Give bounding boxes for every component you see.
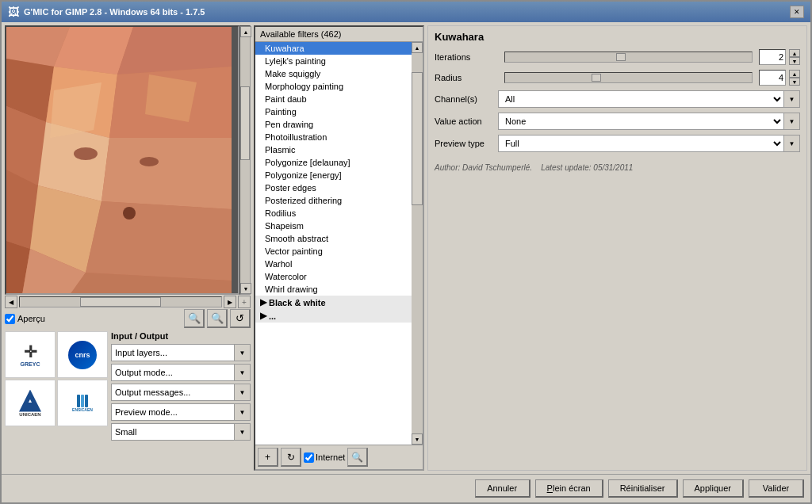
filter-item-poster-edges[interactable]: Poster edges: [255, 181, 412, 194]
apercu-checkbox[interactable]: [5, 314, 15, 324]
plein-ecran-button[interactable]: Plein écran: [535, 479, 603, 498]
cnrs-logo: cnrs: [57, 331, 108, 378]
output-messages-arrow[interactable]: ▼: [235, 384, 251, 401]
preview-scroll-vertical[interactable]: ▲ ▼: [239, 25, 251, 295]
annuler-button[interactable]: Annuler: [475, 479, 530, 498]
channels-arrow[interactable]: ▼: [784, 90, 800, 108]
preview-type-arrow[interactable]: ▼: [784, 135, 800, 152]
preview-mode-dropdown[interactable]: Preview mode...: [111, 403, 235, 421]
zoom-out-button[interactable]: 🔍: [184, 309, 205, 328]
valider-button[interactable]: Valider: [749, 479, 804, 498]
refresh-button[interactable]: ↻: [281, 448, 301, 467]
scroll-right-button[interactable]: ▶: [224, 296, 236, 308]
svg-point-18: [123, 207, 136, 220]
preview-type-dropdown[interactable]: Full: [498, 135, 784, 152]
filter-item-smooth[interactable]: Smooth abstract: [255, 232, 412, 245]
input-layers-dropdown[interactable]: Input layers...: [111, 344, 235, 361]
filter-item-morphology[interactable]: Morphology painting: [255, 80, 412, 93]
svg-marker-20: [145, 74, 197, 122]
filter-item-vector[interactable]: Vector painting: [255, 245, 412, 258]
radius-row: Radius 4 ▲ ▼: [435, 70, 800, 86]
filter-item-shapeism[interactable]: Shapeism: [255, 220, 412, 232]
filter-item-squiggly[interactable]: Make squiggly: [255, 67, 412, 80]
zoom-reset-button[interactable]: ↺: [230, 309, 251, 328]
size-arrow[interactable]: ▼: [235, 423, 251, 441]
window-title: G'MIC for GIMP 2.8 - Windows 64 bits - 1…: [24, 7, 205, 17]
filter-category-next[interactable]: ▶ ...: [255, 309, 412, 323]
filter-item-photoillustration[interactable]: Photoillustration: [255, 131, 412, 143]
internet-checkbox[interactable]: [304, 452, 314, 463]
iterations-value[interactable]: 2: [759, 49, 786, 65]
svg-point-16: [74, 147, 98, 160]
output-messages-dropdown[interactable]: Output messages...: [111, 384, 235, 401]
internet-label: Internet: [316, 452, 345, 462]
close-button[interactable]: ✕: [790, 6, 804, 18]
scroll-thumb-h[interactable]: [80, 297, 161, 307]
preview-mode-arrow[interactable]: ▼: [235, 403, 251, 421]
appliquer-label: Appliquer: [695, 483, 731, 493]
value-action-dropdown[interactable]: None: [498, 113, 784, 130]
svg-marker-12: [86, 201, 232, 281]
main-window: 🖼 G'MIC for GIMP 2.8 - Windows 64 bits -…: [0, 0, 812, 504]
filter-item-lylejk[interactable]: Lylejk's painting: [255, 55, 412, 67]
output-mode-arrow[interactable]: ▼: [235, 364, 251, 381]
reinitialiser-button[interactable]: Réinitialiser: [608, 479, 678, 498]
size-dropdown[interactable]: Small: [111, 423, 235, 441]
iterations-slider[interactable]: [504, 52, 753, 63]
output-mode-dropdown[interactable]: Output mode...: [111, 364, 235, 381]
value-action-arrow[interactable]: ▼: [784, 113, 800, 130]
value-action-label: Value action: [435, 116, 498, 126]
filter-category-bw[interactable]: ▶ Black & white: [255, 296, 412, 309]
radius-thumb[interactable]: [592, 74, 601, 82]
category-label: Black & white: [269, 298, 326, 307]
filter-item-plasmic[interactable]: Plasmic: [255, 143, 412, 156]
add-filter-button[interactable]: +: [258, 448, 278, 467]
radius-up[interactable]: ▲: [789, 70, 800, 78]
iterations-up[interactable]: ▲: [789, 49, 800, 57]
radius-spin: ▲ ▼: [789, 70, 800, 86]
preview-mode-row: Preview mode... ▼: [111, 403, 251, 421]
unicaen-logo: ▲ UNICAEN: [5, 380, 56, 426]
scroll-down-button[interactable]: ▼: [240, 283, 251, 294]
internet-checkbox-label[interactable]: Internet: [304, 452, 345, 463]
filter-item-painting[interactable]: Painting: [255, 105, 412, 118]
bottom-bar: Annuler Plein écran Réinitialiser Appliq…: [2, 474, 810, 502]
radius-value[interactable]: 4: [759, 70, 786, 86]
radius-down[interactable]: ▼: [789, 78, 800, 86]
filter-item-posterized[interactable]: Posterized dithering: [255, 194, 412, 207]
scroll-up-button[interactable]: ▲: [240, 26, 251, 37]
filter-item-rodilius[interactable]: Rodilius: [255, 207, 412, 220]
iterations-down[interactable]: ▼: [789, 57, 800, 65]
scroll-thumb-v[interactable]: [240, 86, 250, 160]
valider-label: Valider: [763, 483, 789, 493]
iterations-thumb[interactable]: [616, 53, 626, 61]
apercu-checkbox-label[interactable]: Aperçu: [5, 314, 45, 324]
filter-item-kuwahara[interactable]: Kuwahara: [255, 42, 412, 55]
expand-button[interactable]: +: [238, 296, 251, 308]
appliquer-button[interactable]: Appliquer: [683, 479, 744, 498]
radius-slider[interactable]: [504, 72, 753, 83]
channels-dropdown[interactable]: All: [498, 90, 784, 108]
author-text: Author: David Tschumperlé.: [435, 163, 532, 172]
search-button[interactable]: 🔍: [347, 448, 368, 467]
right-panel: Kuwahara Iterations 2 ▲ ▼ Radius 4: [427, 25, 807, 471]
bottom-left-area: ✛ GREYC cnrs ▲ UNICAEN: [5, 331, 251, 443]
input-layers-arrow[interactable]: ▼: [235, 344, 251, 361]
filter-item-whirl[interactable]: Whirl drawing: [255, 283, 412, 296]
scroll-left-button[interactable]: ◀: [5, 296, 17, 308]
filter-item-polygonize-d[interactable]: Polygonize [delaunay]: [255, 156, 412, 169]
scroll-track-v: [240, 37, 250, 283]
preview-scroll-h: ◀ ▶ +: [5, 295, 251, 309]
filter-scroll-down[interactable]: ▼: [412, 433, 423, 445]
filter-item-warhol[interactable]: Warhol: [255, 258, 412, 270]
filter-item-pen-drawing[interactable]: Pen drawing: [255, 118, 412, 131]
filter-item-polygonize-e[interactable]: Polygonize [energy]: [255, 169, 412, 181]
filter-item-watercolor[interactable]: Watercolor: [255, 270, 412, 283]
preview-image: [6, 27, 232, 295]
content-area: ▲ ▼ ◀ ▶ +: [2, 22, 810, 474]
zoom-in-button[interactable]: 🔍: [207, 309, 228, 328]
filter-scroll-thumb[interactable]: [412, 72, 423, 205]
svg-marker-3: [117, 27, 232, 74]
filter-scroll-up[interactable]: ▲: [412, 42, 423, 53]
filter-item-paint-daub[interactable]: Paint daub: [255, 93, 412, 105]
